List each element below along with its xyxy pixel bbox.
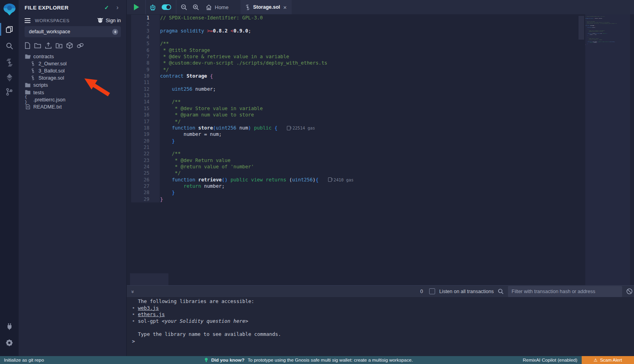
line-number[interactable]: 3 (131, 28, 160, 34)
code-line-9[interactable]: 9 */ (131, 67, 353, 73)
line-number[interactable]: 2 (131, 21, 160, 27)
run-script-play-button[interactable] (134, 4, 139, 10)
tree-item-3-ballot-sol[interactable]: 3_Ballot.sol (19, 67, 126, 74)
line-number[interactable]: 26 (131, 177, 160, 183)
code-line-24[interactable]: 24 * @return value of 'number' (131, 164, 353, 170)
code-line-2[interactable]: 2 (131, 21, 353, 27)
new-folder-icon[interactable] (34, 42, 41, 49)
collapse-terminal-icon[interactable]: » (130, 290, 136, 292)
code-line-11[interactable]: 11 (131, 79, 353, 86)
git-branch-icon[interactable] (0, 85, 19, 99)
code-line-17[interactable]: 17 */ (131, 118, 353, 125)
line-number[interactable]: 1 (131, 15, 160, 21)
clear-filter-block-icon[interactable] (626, 288, 633, 295)
code-line-21[interactable]: 21 (131, 144, 353, 151)
code-line-4[interactable]: 4 (131, 34, 353, 40)
scam-alert-button[interactable]: ⚠ Scam Alert (582, 356, 634, 364)
line-number[interactable]: 11 (131, 79, 160, 86)
line-number[interactable]: 9 (131, 67, 160, 73)
terminal-prompt[interactable]: > (132, 338, 135, 344)
line-number[interactable]: 4 (131, 34, 160, 40)
close-icon[interactable]: × (283, 4, 287, 11)
remix-logo-icon[interactable] (0, 2, 19, 17)
code-line-28[interactable]: 28 } (131, 189, 353, 196)
editor-scrollbar[interactable] (579, 16, 584, 40)
tree-item-2-owner-sol[interactable]: 2_Owner.sol (19, 60, 126, 67)
line-number[interactable]: 13 (131, 92, 160, 99)
copilot-toggle[interactable] (162, 4, 171, 10)
upload-file-icon[interactable] (45, 42, 52, 49)
terminal[interactable]: The following libraries are accessible:•… (127, 297, 634, 356)
workspace-select[interactable]: default_workspace (25, 26, 121, 37)
line-number[interactable]: 29 (131, 196, 160, 202)
code-line-10[interactable]: 10contract Storage { (131, 73, 353, 79)
line-number[interactable]: 28 (131, 189, 160, 196)
zoom-out-icon[interactable] (178, 0, 190, 14)
line-number[interactable]: 21 (131, 144, 160, 151)
copilot-status[interactable]: RemixAI Copilot (enabled) (523, 357, 577, 363)
tree-item-readme-txt[interactable]: README.txt (19, 103, 126, 110)
code-line-12[interactable]: 12 uint256 number; (131, 86, 353, 92)
sign-in-button[interactable]: Sign in (97, 18, 121, 23)
solidity-compiler-icon[interactable] (0, 55, 19, 70)
tree-item-storage-sol[interactable]: Storage.sol (19, 74, 126, 82)
listen-all-checkbox[interactable] (429, 288, 435, 294)
line-number[interactable]: 16 (131, 112, 160, 118)
zoom-in-icon[interactable] (190, 0, 202, 14)
line-number[interactable]: 19 (131, 131, 160, 137)
tree-item-contracts[interactable]: contracts (19, 53, 126, 60)
code-line-5[interactable]: 5/** (131, 40, 353, 47)
code-line-16[interactable]: 16 * @param num value to store (131, 112, 353, 118)
code-line-25[interactable]: 25 */ (131, 170, 353, 176)
code-line-22[interactable]: 22 /** (131, 151, 353, 157)
new-file-icon[interactable] (25, 42, 31, 49)
code-line-3[interactable]: 3pragma solidity >=0.8.2 <0.9.0; (131, 28, 353, 34)
ai-copilot-robot-icon[interactable] (146, 0, 159, 14)
code-line-1[interactable]: 1// SPDX-License-Identifier: GPL-3.0 (131, 15, 353, 21)
tab-storage-sol[interactable]: Storage.sol × (241, 0, 292, 14)
line-number[interactable]: 24 (131, 164, 160, 170)
line-number[interactable]: 18 (131, 125, 160, 131)
code-line-7[interactable]: 7 * @dev Store & retrieve value in a var… (131, 53, 353, 60)
line-number[interactable]: 6 (131, 47, 160, 53)
line-number[interactable]: 15 (131, 105, 160, 112)
line-number[interactable]: 23 (131, 157, 160, 164)
plugin-manager-icon[interactable] (0, 319, 19, 333)
settings-gear-icon[interactable] (0, 335, 19, 350)
deploy-run-icon[interactable] (0, 71, 19, 85)
line-number[interactable]: 20 (131, 138, 160, 144)
minimap[interactable]: // SPDX-License-Identifier: GPL-3.0pragm… (585, 14, 630, 285)
code-line-18[interactable]: 18 function store(uint256 num) public {2… (131, 125, 353, 131)
code-editor[interactable]: 1// SPDX-License-Identifier: GPL-3.023pr… (127, 14, 634, 285)
code-line-15[interactable]: 15 * @dev Store value in variable (131, 105, 353, 112)
upload-folder-icon[interactable] (55, 42, 63, 49)
line-number[interactable]: 10 (131, 73, 160, 79)
code-line-20[interactable]: 20 } (131, 138, 353, 144)
import-ipfs-cube-icon[interactable] (66, 42, 73, 49)
line-number[interactable]: 14 (131, 99, 160, 105)
code-line-23[interactable]: 23 * @dev Return value (131, 157, 353, 164)
terminal-search-icon[interactable] (498, 288, 504, 295)
line-number[interactable]: 27 (131, 183, 160, 189)
code-line-6[interactable]: 6 * @title Storage (131, 47, 353, 53)
line-number[interactable]: 8 (131, 60, 160, 66)
code-line-29[interactable]: 29} (131, 196, 353, 202)
git-init-button[interactable]: Initialize as git repo (4, 357, 44, 363)
line-number[interactable]: 5 (131, 40, 160, 47)
home-tab[interactable]: Home (206, 4, 229, 10)
file-explorer-icon[interactable] (0, 22, 19, 36)
chevron-right-icon[interactable]: › (116, 4, 118, 11)
tree-item-tests[interactable]: tests (19, 89, 126, 96)
code-line-8[interactable]: 8 * @custom:dev-run-script ./scripts/dep… (131, 60, 353, 66)
line-number[interactable]: 25 (131, 170, 160, 176)
code-line-14[interactable]: 14 /** (131, 99, 353, 105)
code-line-19[interactable]: 19 number = num; (131, 131, 353, 137)
search-icon[interactable] (0, 39, 19, 53)
line-number[interactable]: 7 (131, 53, 160, 60)
line-number[interactable]: 17 (131, 118, 160, 125)
code-line-13[interactable]: 13 (131, 92, 353, 99)
import-link-icon[interactable] (76, 42, 84, 49)
tree-item-scripts[interactable]: scripts (19, 82, 126, 89)
filter-input[interactable] (508, 286, 622, 297)
workspace-caret-icon[interactable] (112, 29, 118, 35)
